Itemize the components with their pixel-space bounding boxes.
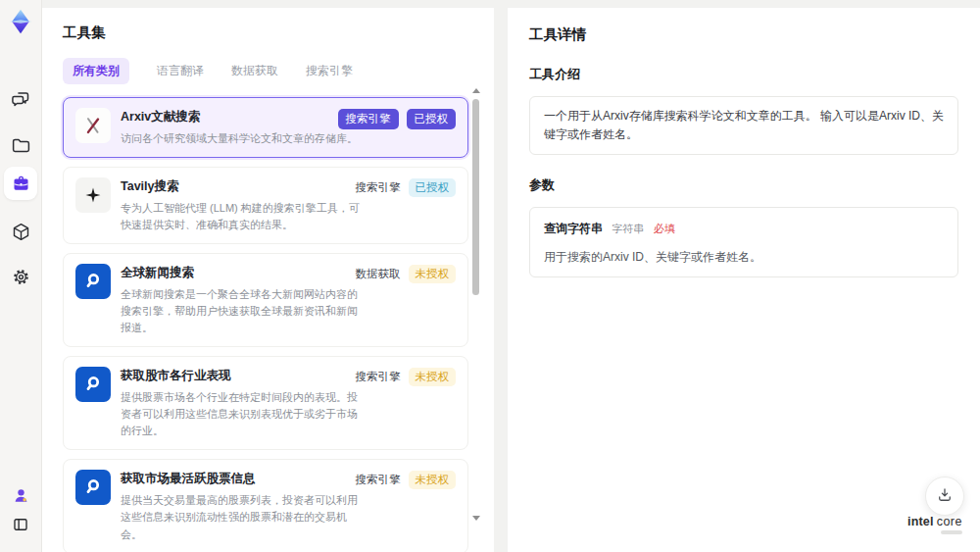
tool-category-badge: 搜索引擎 [356,180,401,195]
stock-search-icon [75,470,111,505]
tool-name: Arxiv文献搜索 [121,109,362,125]
tool-badges: 搜索引擎已授权 [356,178,457,197]
scroll-down-arrow-icon[interactable] [472,516,480,521]
parameter-type: 字符串 [612,223,644,234]
tool-badges: 数据获取未授权 [356,265,457,283]
download-button[interactable] [925,477,964,516]
user-avatar-icon [12,486,30,505]
tool-badges: 搜索引擎未授权 [356,368,457,386]
tool-auth-badge: 未授权 [409,471,457,489]
tab-category-3[interactable]: 搜索引擎 [306,58,353,84]
params-heading: 参数 [529,176,958,194]
news-search-icon [75,264,111,299]
tool-auth-badge: 已授权 [409,178,457,197]
parameter-header: 查询字符串 字符串 必填 [544,220,944,238]
parameter-required-badge: 必填 [654,223,675,234]
package-icon [11,222,31,242]
tool-auth-badge: 未授权 [409,265,457,283]
tool-auth-badge: 未授权 [409,368,457,386]
stock-search-icon [75,367,111,402]
tool-card-2[interactable]: 全球新闻搜索全球新闻搜索是一个聚合全球各大新闻网站内容的搜索引擎，帮助用户快速获… [63,253,468,347]
intro-heading: 工具介绍 [529,66,958,83]
tool-category-badge: 搜索引擎 [338,109,399,129]
tool-list: Arxiv文献搜索访问各个研究领域大量科学论文和文章的存储库。搜索引擎已授权Ta… [63,97,468,552]
category-tabs: 所有类别语言翻译数据获取搜索引擎 [63,58,494,84]
toolbox-icon [11,174,31,194]
tab-category-1[interactable]: 语言翻译 [157,58,204,84]
intel-wordmark: intel [907,515,934,528]
tool-card-4[interactable]: 获取市场最活跃股票信息提供当天交易量最高的股票列表，投资者可以利用这些信息来识别… [63,459,468,552]
download-icon [936,486,954,507]
sidebar-item-user[interactable] [0,478,41,512]
list-scrollbar[interactable] [471,88,480,548]
sidebar-item-chat[interactable] [0,82,41,116]
tool-badges: 搜索引擎未授权 [356,471,457,489]
arxiv-logo-icon [75,108,111,143]
sidebar-item-settings[interactable] [0,260,41,293]
tool-description: 访问各个研究领域大量科学论文和文章的存储库。 [121,130,362,147]
settings-gear-icon [11,267,31,287]
tool-description: 提供当天交易量最高的股票列表，投资者可以利用这些信息来识别流动性强的股票和潜在的… [121,492,362,542]
icon-rail [0,0,42,552]
sidebar-item-files[interactable] [0,128,41,162]
tool-details-panel: 工具详情 工具介绍 一个用于从Arxiv存储库搜索科学论文和文章的工具。 输入可… [508,8,980,552]
parameter-description: 用于搜索的Arxiv ID、关键字或作者姓名。 [544,248,944,267]
tool-name: 全球新闻搜索 [121,265,362,281]
tool-card-1[interactable]: Tavily搜索专为人工智能代理 (LLM) 构建的搜索引擎工具，可快速提供实时… [63,167,468,244]
tool-category-badge: 搜索引擎 [356,473,401,487]
tool-name: 获取股市各行业表现 [121,368,362,384]
tool-intro-text: 一个用于从Arxiv存储库搜索科学论文和文章的工具。 输入可以是Arxiv ID… [529,96,958,155]
tool-description: 全球新闻搜索是一个聚合全球各大新闻网站内容的搜索引擎，帮助用户快速获取全球最新资… [121,286,362,336]
toolset-panel: 工具集 所有类别语言翻译数据获取搜索引擎 Arxiv文献搜索访问各个研究领域大量… [41,8,494,552]
parameter-card: 查询字符串 字符串 必填 用于搜索的Arxiv ID、关键字或作者姓名。 [529,207,958,276]
sidebar-item-toolset[interactable] [0,167,41,200]
tool-badges: 搜索引擎已授权 [338,109,457,129]
tool-category-badge: 搜索引擎 [356,370,401,384]
tool-auth-badge: 已授权 [407,109,457,129]
app-logo-diamond-icon [7,8,34,35]
intel-logo-subtext [941,530,962,534]
tool-card-0[interactable]: Arxiv文献搜索访问各个研究领域大量科学论文和文章的存储库。搜索引擎已授权 [63,97,468,158]
details-title: 工具详情 [529,25,958,44]
panel-toggle-icon [12,516,29,533]
tool-description: 专为人工智能代理 (LLM) 构建的搜索引擎工具，可快速提供实时、准确和真实的结… [121,200,362,233]
scroll-up-arrow-icon[interactable] [472,88,480,93]
tool-name: Tavily搜索 [121,178,362,195]
parameter-name: 查询字符串 [544,222,603,235]
sidebar-item-collapse[interactable] [0,508,41,541]
tab-category-0[interactable]: 所有类别 [63,58,129,84]
toolset-title: 工具集 [63,24,494,42]
tool-card-3[interactable]: 获取股市各行业表现提供股票市场各个行业在特定时间段内的表现。投资者可以利用这些信… [63,356,468,450]
tool-category-badge: 数据获取 [356,267,401,281]
tavily-star-icon [75,177,111,213]
scrollbar-thumb[interactable] [472,99,479,295]
tool-name: 获取市场最活跃股票信息 [121,471,362,487]
core-wordmark: core [937,515,962,528]
chat-icon [11,89,31,110]
folder-icon [11,135,31,156]
tool-description: 提供股票市场各个行业在特定时间段内的表现。投资者可以利用这些信息来识别表现优于或… [121,389,362,439]
sidebar-item-packages[interactable] [0,215,41,248]
intel-core-logo: intelcore [907,516,962,535]
tab-category-2[interactable]: 数据获取 [231,58,278,84]
